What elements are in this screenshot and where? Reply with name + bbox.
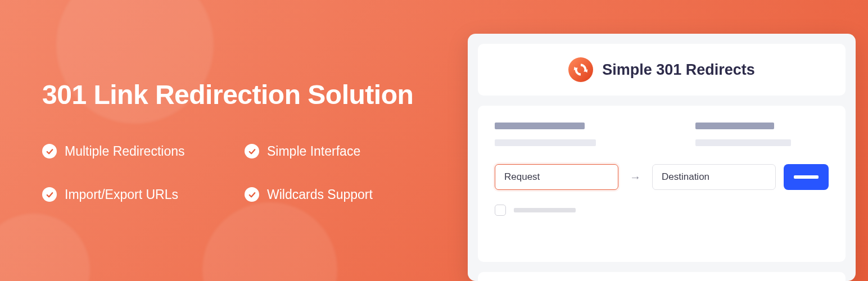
- feature-label: Wildcards Support: [267, 187, 373, 202]
- feature-item: Wildcards Support: [245, 187, 413, 202]
- wildcard-checkbox[interactable]: [495, 205, 506, 216]
- skeleton-placeholder: [514, 208, 576, 212]
- feature-list: Multiple Redirections Simple Interface I…: [42, 144, 468, 202]
- app-title: Simple 301 Redirects: [602, 61, 755, 79]
- app-window: Simple 301 Redirects Req: [468, 34, 856, 281]
- feature-label: Simple Interface: [267, 144, 360, 159]
- skeleton-placeholder: [495, 123, 585, 129]
- feature-item: Simple Interface: [245, 144, 413, 159]
- check-icon: [245, 144, 259, 158]
- app-footer-panel: [478, 272, 846, 281]
- request-input[interactable]: Request: [495, 164, 618, 190]
- feature-item: Multiple Redirections: [42, 144, 245, 159]
- hero-heading: 301 Link Redirection Solution: [42, 79, 468, 110]
- submit-button[interactable]: [784, 164, 829, 190]
- app-header: Simple 301 Redirects: [478, 44, 846, 96]
- app-body: Request → Destination: [478, 106, 846, 262]
- skeleton-placeholder: [495, 139, 596, 146]
- destination-input[interactable]: Destination: [652, 164, 776, 190]
- app-logo-icon: [568, 57, 593, 82]
- check-icon: [245, 187, 259, 202]
- feature-item: Import/Export URLs: [42, 187, 245, 202]
- feature-label: Import/Export URLs: [65, 187, 178, 202]
- feature-label: Multiple Redirections: [65, 144, 184, 159]
- skeleton-placeholder: [695, 139, 791, 146]
- arrow-right-icon: →: [626, 171, 644, 184]
- check-icon: [42, 144, 57, 158]
- check-icon: [42, 187, 57, 202]
- skeleton-placeholder: [695, 123, 774, 129]
